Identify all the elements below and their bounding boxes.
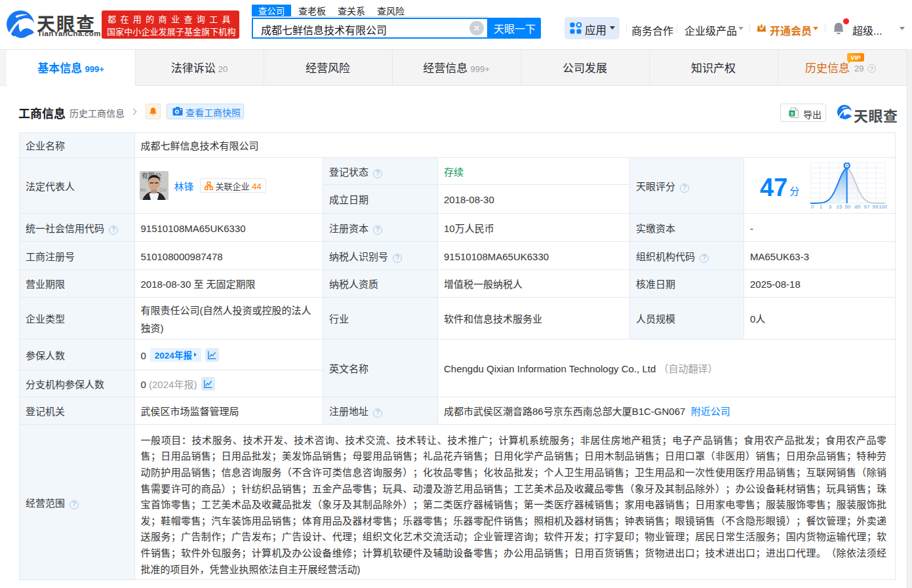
svg-text:1: 1 xyxy=(820,204,823,209)
svg-text:85: 85 xyxy=(855,204,861,209)
svg-text:3: 3 xyxy=(829,204,832,209)
svg-text:Co: Co xyxy=(159,186,167,193)
svg-text:99: 99 xyxy=(873,204,879,209)
svg-text:50: 50 xyxy=(845,204,851,209)
svg-text:tio: tio xyxy=(140,186,146,193)
svg-text:100: 100 xyxy=(879,204,888,209)
svg-text:97: 97 xyxy=(864,204,870,209)
svg-text:15: 15 xyxy=(837,204,843,209)
svg-text:0: 0 xyxy=(811,204,814,209)
svg-text:X: X xyxy=(790,111,793,117)
